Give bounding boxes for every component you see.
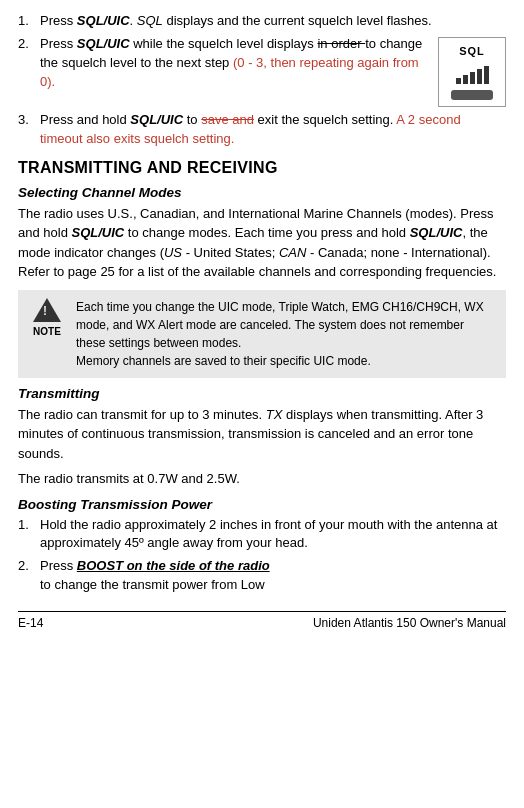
- list-item: 1. Press SQL/UIC. SQL displays and the c…: [18, 12, 506, 31]
- red-text: (0 - 3, then repeating again from 0).: [40, 55, 419, 89]
- transmitting-heading: Transmitting: [18, 386, 506, 401]
- transmitting-body1: The radio can transmit for up to 3 minut…: [18, 405, 506, 464]
- sql-button: [451, 90, 493, 100]
- sql-uic-inline: SQL/UIC: [72, 225, 125, 240]
- boost-content2: Press BOOST on the side of the radio to …: [40, 557, 506, 595]
- list-content: Press SQL/UIC. SQL displays and the curr…: [40, 12, 506, 31]
- sql-uic-ref: SQL/UIC: [77, 13, 130, 28]
- selecting-channel-body: The radio uses U.S., Canadian, and Inter…: [18, 204, 506, 282]
- note-label: NOTE: [33, 326, 61, 337]
- note-content: Each time you change the UIC mode, Tripl…: [76, 298, 496, 370]
- selecting-channel-label: Selecting Channel Modes: [18, 185, 182, 200]
- warning-triangle-icon: !: [33, 298, 61, 322]
- note-line1: Each time you change the UIC mode, Tripl…: [76, 300, 484, 350]
- boost-heading: Boosting Transmission Power: [18, 497, 506, 512]
- item2-row: Press SQL/UIC while the squelch level di…: [40, 35, 506, 107]
- transmitting-body2: The radio transmits at 0.7W and 2.5W.: [18, 469, 506, 489]
- sql-bars: [456, 66, 489, 84]
- list-number: 3.: [18, 111, 40, 149]
- sql-uic-ref: SQL/UIC: [130, 112, 183, 127]
- boost-list-item: 1. Hold the radio approximately 2 inches…: [18, 516, 506, 554]
- selecting-channel-heading: Selecting Channel Modes: [18, 185, 506, 200]
- exclaim-icon: !: [43, 304, 47, 318]
- boost-list: 1. Hold the radio approximately 2 inches…: [18, 516, 506, 595]
- strikethrough-save: save and: [201, 112, 254, 127]
- strikethrough-text: in order: [317, 36, 365, 51]
- list-number: 1.: [18, 12, 40, 31]
- bar4: [477, 69, 482, 84]
- footer-title: Uniden Atlantis 150 Owner's Manual: [313, 616, 506, 630]
- sql-device-image: SQL: [438, 37, 506, 107]
- sql-uic-ref: SQL/UIC: [77, 36, 130, 51]
- note-box: ! NOTE Each time you change the UIC mode…: [18, 290, 506, 378]
- list-number: 2.: [18, 35, 40, 107]
- intro-list: 1. Press SQL/UIC. SQL displays and the c…: [18, 12, 506, 149]
- list-content: Press and hold SQL/UIC to save and exit …: [40, 111, 506, 149]
- bar2: [463, 75, 468, 84]
- list-content: Press SQL/UIC while the squelch level di…: [40, 35, 506, 107]
- sql-uic-inline2: SQL/UIC: [410, 225, 463, 240]
- list-item: 3. Press and hold SQL/UIC to save and ex…: [18, 111, 506, 149]
- boost-num2: 2.: [18, 557, 40, 595]
- item2-text: Press SQL/UIC while the squelch level di…: [40, 35, 430, 92]
- boost-label: Boosting Transmission Power: [18, 497, 212, 512]
- bar5: [484, 66, 489, 84]
- sql-label: SQL: [459, 44, 485, 60]
- bar3: [470, 72, 475, 84]
- transmitting-label: Transmitting: [18, 386, 100, 401]
- section-title: TRANSMITTING AND RECEIVING: [18, 159, 506, 177]
- note-icon-area: ! NOTE: [28, 298, 66, 337]
- list-item: 2. Press SQL/UIC while the squelch level…: [18, 35, 506, 107]
- footer: E-14 Uniden Atlantis 150 Owner's Manual: [18, 611, 506, 630]
- bar1: [456, 78, 461, 84]
- boost-content1: Hold the radio approximately 2 inches in…: [40, 516, 506, 554]
- boost-num1: 1.: [18, 516, 40, 554]
- boost-list-item: 2. Press BOOST on the side of the radio …: [18, 557, 506, 595]
- footer-page: E-14: [18, 616, 43, 630]
- boost-button-ref: BOOST on the side of the radio: [77, 558, 270, 573]
- note-line2: Memory channels are saved to their speci…: [76, 354, 371, 368]
